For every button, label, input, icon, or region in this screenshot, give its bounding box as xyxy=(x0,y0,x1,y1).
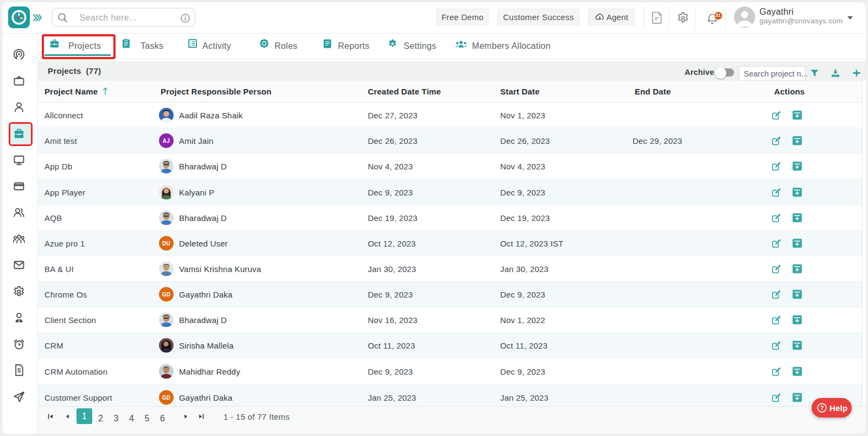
svg-text:?: ? xyxy=(820,405,824,411)
svg-text:S: S xyxy=(17,368,21,374)
